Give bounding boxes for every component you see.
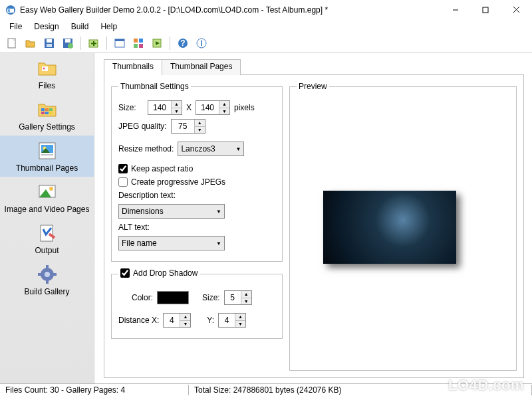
tab-strip: Thumbnails Thumbnail Pages	[104, 58, 524, 74]
separator	[80, 37, 81, 50]
shadow-distance-x-input[interactable]	[164, 314, 180, 327]
preview-image	[323, 191, 456, 264]
thumbnail-settings-group: Thumbnail Settings Size: ▲▼ X ▲▼ pixels	[111, 82, 283, 262]
spin-down-icon[interactable]: ▼	[195, 126, 205, 134]
close-button[interactable]	[500, 1, 532, 19]
sidebar-item-gallery-settings[interactable]: Gallery Settings	[0, 94, 94, 136]
grid-icon[interactable]	[130, 35, 146, 51]
gear-icon	[37, 264, 58, 285]
menu-help[interactable]: Help	[95, 21, 122, 33]
size-x-text: X	[186, 103, 192, 112]
sidebar-item-label: Thumbnail Pages	[16, 163, 78, 173]
shadow-distance-x-stepper[interactable]: ▲▼	[163, 313, 191, 328]
spin-down-icon[interactable]: ▼	[172, 108, 182, 115]
sidebar-item-label: Build Gallery	[24, 287, 69, 296]
svg-rect-32	[41, 108, 45, 111]
size-width-input[interactable]	[148, 101, 171, 114]
tab-thumbnail-pages[interactable]: Thumbnail Pages	[162, 59, 241, 75]
shadow-color-swatch[interactable]	[157, 291, 189, 304]
shadow-y-label: Y:	[207, 316, 214, 325]
spin-down-icon[interactable]: ▼	[180, 320, 190, 328]
shadow-size-label: Size:	[202, 293, 220, 302]
maximize-button[interactable]	[470, 1, 500, 19]
resize-method-value: Lanczos3	[181, 144, 229, 153]
svg-rect-21	[139, 39, 143, 43]
folder-files-icon	[37, 58, 58, 79]
drop-shadow-group: Add Drop Shadow Color: Size: ▲▼ Dista	[111, 268, 283, 339]
menu-build[interactable]: Build	[66, 21, 94, 33]
sidebar-item-image-video-pages[interactable]: Image and Video Pages	[0, 177, 94, 218]
spin-up-icon[interactable]: ▲	[172, 101, 182, 108]
jpeg-quality-label: JPEG quality:	[118, 122, 167, 131]
progressive-jpeg-label: Create progressive JPEGs	[131, 177, 225, 187]
chevron-down-icon: ▼	[235, 146, 241, 152]
sidebar-item-files[interactable]: Files	[0, 53, 94, 94]
add-files-icon[interactable]	[86, 35, 102, 51]
spin-down-icon[interactable]: ▼	[241, 298, 251, 305]
sidebar-item-build-gallery[interactable]: Build Gallery	[0, 259, 94, 300]
svg-text:i: i	[200, 39, 202, 48]
spin-up-icon[interactable]: ▲	[195, 120, 205, 126]
jpeg-quality-stepper[interactable]: ▲▼	[171, 119, 205, 134]
menu-design[interactable]: Design	[29, 21, 64, 33]
shadow-distance-y-input[interactable]	[219, 314, 235, 327]
sidebar-item-label: Files	[39, 81, 55, 90]
spin-down-icon[interactable]: ▼	[235, 320, 245, 328]
toolbar: ? i	[0, 33, 532, 53]
menu-file[interactable]: File	[4, 21, 27, 33]
build-icon[interactable]	[149, 35, 165, 51]
svg-rect-42	[41, 154, 53, 155]
tab-thumbnails[interactable]: Thumbnails	[104, 59, 162, 75]
spin-up-icon[interactable]: ▲	[235, 314, 245, 320]
shadow-distance-y-stepper[interactable]: ▲▼	[218, 313, 246, 328]
svg-rect-4	[483, 7, 488, 13]
keep-aspect-input[interactable]	[118, 164, 128, 173]
jpeg-quality-input[interactable]	[172, 120, 194, 133]
sidebar-item-label: Output	[35, 246, 59, 255]
save-as-icon[interactable]	[60, 35, 76, 51]
minimize-button[interactable]	[440, 1, 470, 19]
thumbnail-settings-legend: Thumbnail Settings	[118, 82, 191, 91]
about-icon[interactable]: i	[194, 35, 209, 51]
add-drop-shadow-input[interactable]	[120, 268, 130, 278]
chevron-down-icon: ▼	[216, 209, 221, 215]
sidebar-item-thumbnail-pages[interactable]: Thumbnail Pages	[0, 136, 94, 177]
save-icon[interactable]	[41, 35, 57, 51]
keep-aspect-checkbox[interactable]: Keep aspect ratio	[118, 164, 193, 173]
thumbnail-page-icon	[37, 140, 58, 161]
svg-rect-35	[41, 112, 45, 114]
spin-up-icon[interactable]: ▲	[219, 101, 229, 108]
chevron-down-icon: ▼	[216, 241, 221, 247]
sidebar-item-label: Gallery Settings	[19, 122, 75, 132]
sidebar-item-output[interactable]: Output	[0, 218, 94, 259]
help-icon[interactable]: ?	[175, 35, 191, 51]
svg-rect-52	[38, 273, 41, 276]
spin-down-icon[interactable]: ▼	[219, 108, 229, 115]
open-icon[interactable]	[23, 35, 39, 51]
progressive-jpeg-checkbox[interactable]: Create progressive JPEGs	[118, 177, 225, 187]
progressive-jpeg-input[interactable]	[118, 177, 128, 187]
resize-method-select[interactable]: Lanczos3 ▼	[178, 142, 244, 156]
preview-group: Preview	[289, 82, 517, 371]
shadow-size-input[interactable]	[225, 291, 241, 304]
size-height-stepper[interactable]: ▲▼	[196, 100, 230, 115]
window-icon[interactable]	[112, 35, 128, 51]
svg-rect-50	[46, 265, 49, 268]
size-width-stepper[interactable]: ▲▼	[148, 100, 182, 115]
watermark: LO4D.com	[448, 377, 532, 394]
keep-aspect-label: Keep aspect ratio	[131, 164, 193, 173]
spin-up-icon[interactable]: ▲	[180, 314, 190, 320]
description-text-select[interactable]: Dimensions ▼	[118, 204, 225, 219]
svg-point-49	[45, 272, 50, 277]
spin-up-icon[interactable]: ▲	[241, 291, 251, 298]
preview-legend: Preview	[297, 82, 329, 91]
svg-rect-2	[8, 9, 10, 12]
svg-rect-10	[47, 39, 52, 43]
alt-text-select[interactable]: File name ▼	[118, 236, 225, 250]
new-icon[interactable]	[4, 35, 20, 51]
size-height-input[interactable]	[196, 101, 219, 114]
shadow-size-stepper[interactable]: ▲▼	[224, 290, 252, 305]
alt-text-value: File name	[122, 239, 209, 248]
svg-point-45	[49, 187, 53, 191]
add-drop-shadow-checkbox[interactable]: Add Drop Shadow	[120, 268, 198, 278]
